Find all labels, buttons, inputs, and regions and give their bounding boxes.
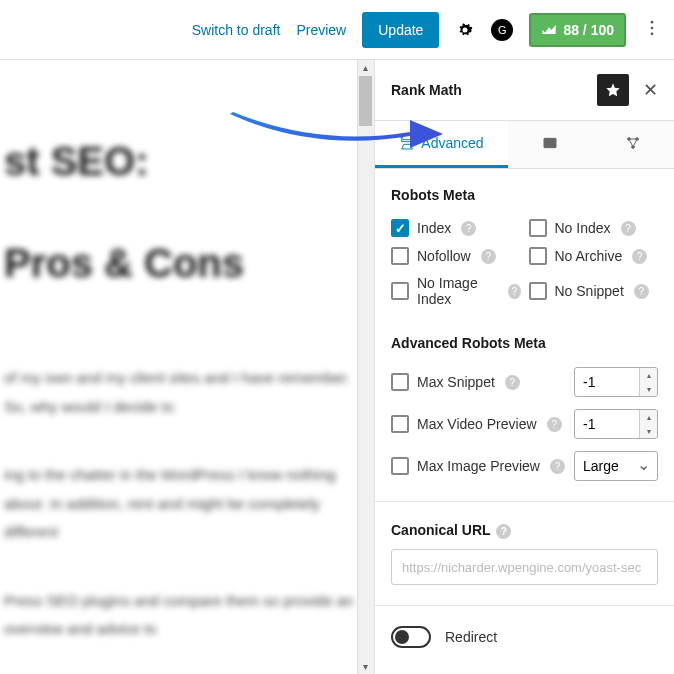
avatar-icon[interactable]: G	[491, 19, 513, 41]
switch-draft-link[interactable]: Switch to draft	[192, 22, 281, 38]
post-paragraph: Press SEO plugins and compare them so pr…	[4, 587, 374, 644]
checkbox-checked-icon	[391, 219, 409, 237]
checkbox-icon	[391, 282, 409, 300]
max-image-row: Max Image Preview ? Large	[391, 451, 658, 481]
max-snippet-check[interactable]: Max Snippet ?	[391, 373, 520, 391]
checkbox-icon	[529, 282, 547, 300]
preview-link[interactable]: Preview	[296, 22, 346, 38]
checkbox-icon	[391, 373, 409, 391]
robots-noindex[interactable]: No Index ?	[529, 219, 659, 237]
seo-score-value: 88 / 100	[563, 22, 614, 38]
scroll-up-arrow[interactable]: ▴	[359, 61, 372, 74]
canonical-label: Canonical URL ?	[391, 522, 658, 539]
seo-score-button[interactable]: 88 / 100	[529, 13, 626, 47]
sidebar-title: Rank Math	[391, 82, 462, 98]
svg-point-4	[548, 142, 551, 145]
main-content: st SEO: Pros & Cons of my own and my cli…	[0, 60, 674, 674]
help-icon[interactable]: ?	[632, 249, 647, 264]
max-snippet-row: Max Snippet ? ▴▾	[391, 367, 658, 397]
tab-advanced[interactable]: Advanced	[375, 121, 508, 168]
post-title-line2: Pros & Cons	[4, 242, 374, 284]
robots-noimage[interactable]: No Image Index ?	[391, 275, 521, 307]
checkbox-icon	[391, 247, 409, 265]
editor-topbar: Switch to draft Preview Update G 88 / 10…	[0, 0, 674, 60]
sidebar-tabs: Advanced	[375, 121, 674, 169]
rankmath-sidebar: Rank Math ✕ Advanced Robots Meta	[374, 60, 674, 674]
robots-meta-title: Robots Meta	[391, 187, 658, 203]
adv-robots-title: Advanced Robots Meta	[391, 335, 658, 351]
post-paragraph: of my own and my client sites and I have…	[4, 364, 374, 421]
section-divider	[375, 605, 674, 606]
redirect-label: Redirect	[445, 629, 497, 645]
help-icon[interactable]: ?	[634, 284, 649, 299]
help-icon[interactable]: ?	[505, 375, 520, 390]
tab-advanced-label: Advanced	[421, 135, 483, 151]
checkbox-icon	[391, 457, 409, 475]
max-image-check[interactable]: Max Image Preview ?	[391, 457, 565, 475]
robots-noarchive[interactable]: No Archive ?	[529, 247, 659, 265]
svg-point-1	[651, 26, 654, 29]
tab-social[interactable]	[591, 121, 674, 168]
max-video-check[interactable]: Max Video Preview ?	[391, 415, 562, 433]
tab-schema[interactable]	[508, 121, 591, 168]
help-icon[interactable]: ?	[508, 284, 520, 299]
robots-nofollow[interactable]: Nofollow ?	[391, 247, 521, 265]
panel-body: Robots Meta Index ? No Index ? Nofollow …	[375, 169, 674, 674]
sidebar-header: Rank Math ✕	[375, 60, 674, 121]
more-options-icon[interactable]	[642, 18, 662, 42]
post-title-line1: st SEO:	[4, 140, 374, 182]
canonical-url-input[interactable]	[391, 549, 658, 585]
number-spinner[interactable]: ▴▾	[639, 368, 657, 396]
help-icon[interactable]: ?	[621, 221, 636, 236]
redirect-toggle[interactable]	[391, 626, 431, 648]
editor-canvas[interactable]: st SEO: Pros & Cons of my own and my cli…	[0, 60, 374, 674]
redirect-row: Redirect	[391, 626, 658, 648]
robots-nosnippet[interactable]: No Snippet ?	[529, 275, 659, 307]
help-icon[interactable]: ?	[550, 459, 565, 474]
section-divider	[375, 501, 674, 502]
max-image-select[interactable]: Large	[574, 451, 658, 481]
checkbox-icon	[529, 219, 547, 237]
svg-point-7	[631, 146, 634, 149]
close-icon[interactable]: ✕	[643, 79, 658, 101]
checkbox-icon	[391, 415, 409, 433]
scroll-down-arrow[interactable]: ▾	[359, 660, 372, 673]
help-icon[interactable]: ?	[461, 221, 476, 236]
scrollbar-thumb[interactable]	[359, 76, 372, 126]
max-video-row: Max Video Preview ? ▴▾	[391, 409, 658, 439]
star-button[interactable]	[597, 74, 629, 106]
post-paragraph: ing to the chatter in the WordPress I kn…	[4, 461, 374, 547]
help-icon[interactable]: ?	[496, 524, 511, 539]
settings-icon[interactable]	[455, 20, 475, 40]
number-spinner[interactable]: ▴▾	[639, 410, 657, 438]
checkbox-icon	[529, 247, 547, 265]
svg-point-0	[651, 20, 654, 23]
robots-index[interactable]: Index ?	[391, 219, 521, 237]
svg-point-2	[651, 32, 654, 35]
svg-point-6	[635, 138, 638, 141]
toggle-knob	[395, 630, 409, 644]
svg-point-5	[627, 138, 630, 141]
update-button[interactable]: Update	[362, 12, 439, 48]
robots-grid: Index ? No Index ? Nofollow ? No Archive…	[391, 219, 658, 307]
editor-scrollbar[interactable]: ▴ ▾	[357, 60, 374, 674]
help-icon[interactable]: ?	[547, 417, 562, 432]
help-icon[interactable]: ?	[481, 249, 496, 264]
